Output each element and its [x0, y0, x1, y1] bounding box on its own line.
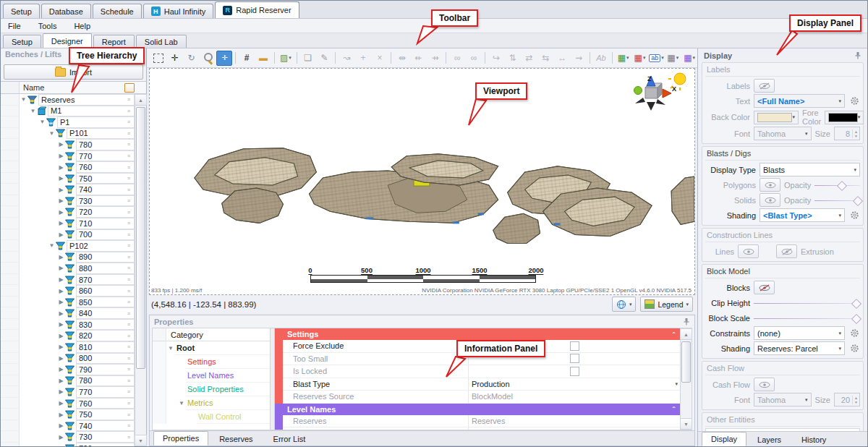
row-options-icon[interactable]: ≡ — [124, 106, 135, 117]
category-level-names[interactable]: Level Names — [153, 369, 270, 383]
category-wall-control[interactable]: Wall Control — [153, 410, 270, 424]
tab-layers[interactable]: Layers — [748, 433, 791, 446]
tab-history[interactable]: History — [792, 433, 835, 446]
solids-opacity-slider[interactable] — [814, 195, 860, 205]
row-options-icon[interactable]: ≡ — [124, 116, 135, 128]
row-options-icon[interactable]: ≡ — [124, 341, 135, 353]
tree-row-850[interactable]: ▶850≡ — [1, 297, 135, 308]
tree-row-790[interactable]: ▶790≡ — [1, 364, 135, 375]
zoom-button[interactable] — [200, 51, 216, 66]
extend-line-button[interactable]: ⇆ — [538, 51, 554, 66]
block-shading-button[interactable]: ▦▾ — [681, 51, 697, 66]
app-tab-haul-infinity[interactable]: HHaul Infinity — [143, 4, 213, 18]
expand-arrow-icon[interactable]: ▶ — [57, 400, 65, 406]
blast-shading-dropdown[interactable]: <Blast Type>▾ — [760, 208, 845, 222]
polygons-opacity-slider[interactable] — [814, 180, 860, 190]
pin-icon[interactable] — [854, 51, 861, 59]
app-tab-schedule[interactable]: Schedule — [93, 4, 142, 18]
draw-polygon-button[interactable]: ❏ — [300, 51, 316, 66]
cash-flow-size-spinner[interactable]: 20▲▼ — [834, 393, 860, 406]
orientation-gizmo[interactable]: Z X — [625, 72, 687, 116]
expand-arrow-icon[interactable]: ▶ — [57, 187, 65, 193]
tree-row-800[interactable]: ▶800≡ — [1, 353, 135, 365]
insert-vertex-button[interactable]: ↝ — [339, 51, 354, 66]
row-options-icon[interactable]: ≡ — [124, 173, 135, 184]
scroll-up-icon[interactable]: ▲ — [135, 94, 147, 106]
row-options-icon[interactable]: ≡ — [124, 263, 135, 274]
tree-row-p1[interactable]: ▼P1≡ — [1, 116, 135, 128]
delete-vertex-button[interactable]: × — [372, 51, 388, 66]
gear-icon[interactable] — [848, 95, 860, 107]
gear-icon[interactable] — [848, 328, 860, 339]
zoom-extents-button[interactable]: ✛ — [216, 51, 232, 66]
swap-direction-button[interactable]: ⇹ — [394, 51, 410, 66]
doc-tab-setup[interactable]: Setup — [3, 35, 41, 48]
lines-visibility-button[interactable] — [738, 244, 759, 258]
screenshot-button[interactable]: ▨▾ — [278, 51, 294, 66]
tree-row-890[interactable]: ▶890≡ — [1, 252, 135, 263]
row-options-icon[interactable]: ≡ — [124, 353, 135, 365]
expand-arrow-icon[interactable]: ▶ — [57, 288, 65, 294]
tree-row-740[interactable]: ▶740≡ — [1, 420, 135, 432]
expand-arrow-icon[interactable]: ▶ — [57, 220, 65, 226]
checkbox[interactable] — [570, 341, 579, 351]
expand-arrow-icon[interactable]: ▶ — [57, 434, 65, 440]
spinner-arrows-icon[interactable]: ▲▼ — [852, 129, 859, 138]
row-options-icon[interactable]: ≡ — [124, 386, 135, 398]
block-values-button[interactable]: ▦▾ — [665, 51, 681, 66]
tree-row-720[interactable]: ▶720≡ — [1, 206, 135, 218]
expand-arrow-icon[interactable]: ▶ — [57, 153, 65, 159]
tree-row-870[interactable]: ▶870≡ — [1, 274, 135, 286]
spinner-arrows-icon[interactable]: ▲▼ — [852, 396, 859, 404]
tree-row-700[interactable]: ▶700≡ — [1, 229, 135, 241]
expand-arrow-icon[interactable]: ▶ — [57, 231, 65, 238]
font-size-spinner[interactable]: 8▲▼ — [834, 127, 860, 140]
menu-tools[interactable]: Tools — [38, 22, 57, 30]
tree-row-820[interactable]: ▶820≡ — [1, 330, 135, 341]
expand-arrow-icon[interactable]: ▶ — [57, 299, 65, 305]
row-options-icon[interactable]: ≡ — [124, 161, 135, 173]
expand-arrow-icon[interactable]: ▶ — [57, 175, 65, 182]
row-options-icon[interactable]: ≡ — [124, 364, 135, 375]
view-options-button[interactable]: ▾ — [612, 297, 637, 312]
expand-arrow-icon[interactable]: ▶ — [57, 422, 65, 429]
row-options-icon[interactable]: ≡ — [124, 420, 135, 432]
checkbox[interactable] — [570, 367, 579, 376]
tab-error-list[interactable]: Error List — [264, 433, 315, 446]
fore-color-dropdown[interactable]: ▾ — [825, 111, 864, 124]
expand-arrow-icon[interactable]: ▶ — [57, 355, 65, 362]
remove-blocks-button[interactable]: ▦▾ — [632, 51, 648, 66]
row-options-icon[interactable]: ≡ — [124, 330, 135, 341]
block-scale-slider[interactable] — [754, 313, 860, 323]
append-line-button[interactable]: ⇷ — [411, 51, 427, 66]
expand-arrow-icon[interactable]: ▶ — [57, 344, 65, 350]
category-settings[interactable]: Settings — [153, 355, 270, 369]
tree-row-840[interactable]: ▶840≡ — [1, 307, 135, 319]
annotate-text-button[interactable]: Ab — [593, 51, 609, 66]
collapse-arrow-icon[interactable]: ▼ — [38, 119, 46, 125]
swap-ends-button[interactable]: ⇄ — [522, 51, 537, 66]
pin-icon[interactable] — [683, 318, 690, 325]
scroll-thumb[interactable] — [136, 107, 145, 369]
add-blocks-button[interactable]: ▦▾ — [616, 51, 631, 66]
row-options-icon[interactable]: ≡ — [124, 398, 135, 409]
row-options-icon[interactable]: ≡ — [124, 252, 135, 263]
measure-button[interactable]: ▬ — [255, 51, 271, 66]
font-dropdown[interactable]: Tahoma▾ — [754, 127, 812, 140]
row-options-icon[interactable]: ≡ — [124, 240, 135, 252]
doc-tab-report[interactable]: Report — [93, 35, 135, 48]
row-options-icon[interactable]: ≡ — [124, 195, 135, 207]
viewport-3d-canvas[interactable] — [150, 69, 694, 294]
doc-tab-designer[interactable]: Designer — [43, 33, 92, 48]
tree-row-750[interactable]: ▶750≡ — [1, 409, 135, 420]
legend-button[interactable]: Legend ▾ — [640, 297, 693, 312]
collapse-chevron-icon[interactable]: ⌃ — [671, 406, 676, 412]
scroll-up-icon[interactable]: ▲ — [680, 328, 692, 340]
category-metrics[interactable]: ▼Metrics — [153, 396, 270, 410]
collapse-chevron-icon[interactable]: ⌃ — [671, 331, 676, 338]
group-header[interactable]: Level Names⌃ — [283, 404, 681, 415]
tree-scrollbar[interactable]: ▲ ▼ — [135, 94, 146, 446]
row-options-icon[interactable]: ≡ — [124, 443, 135, 446]
menu-file[interactable]: File — [8, 22, 21, 30]
row-options-icon[interactable]: ≡ — [124, 184, 135, 195]
